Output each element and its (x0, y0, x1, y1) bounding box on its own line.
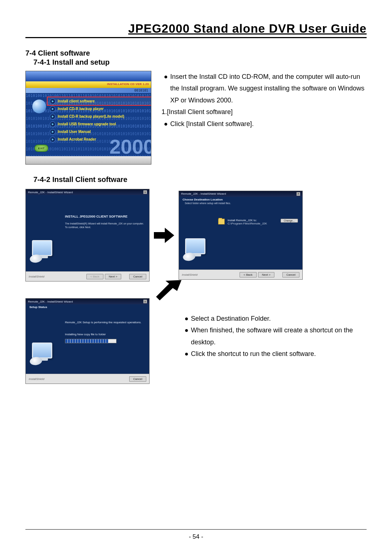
wizard-sub-desc: Select folder where setup will install f… (183, 202, 299, 205)
cancel-button[interactable]: Cancel (129, 274, 146, 279)
wizard-progress-figure: Remote_J2K - InstallShield Wizard X Setu… (25, 298, 150, 384)
menu-item-cdr-backup[interactable]: Install CD-R backup player (48, 105, 151, 113)
svg-marker-0 (154, 228, 174, 243)
menu-label: Install client software (58, 99, 95, 103)
close-icon[interactable]: X (143, 300, 147, 303)
wizard-welcome-figure: Remote_J2K - InstallShield Wizard X INST… (25, 189, 150, 281)
heading-7-4: 7-4 Client software (25, 49, 367, 57)
menu-item-user-manual[interactable]: Install User Manual (48, 128, 151, 135)
menu-item-usb-firmware[interactable]: Install USB firmware upgrade tool (48, 120, 151, 128)
close-icon[interactable]: X (297, 192, 300, 196)
installshield-brand: InstallShield (29, 275, 44, 278)
bottom-rule (25, 529, 367, 530)
cancel-button[interactable]: Cancel (129, 376, 146, 382)
next-button[interactable]: Next > (105, 274, 121, 279)
folder-icon (218, 219, 225, 224)
menu-item-install-client[interactable]: Install client software (48, 97, 151, 105)
numbered-step: 1.[Install Client software] (162, 106, 367, 118)
progress-bar (65, 339, 117, 343)
back-button[interactable]: < Back (86, 274, 103, 279)
monitor-icon (32, 343, 54, 365)
bullet-item: ● Insert the Install CD into CD-ROM, and… (162, 71, 367, 106)
watermark-2000: 2000 (109, 135, 151, 156)
bullet-item: ● Click the shortcut to run the client s… (182, 348, 367, 360)
dest-line-2: C:\Program Files\Remote_J2K (228, 222, 267, 225)
monitor-icon (185, 238, 208, 261)
play-icon (50, 129, 56, 135)
wizard-title: Remote_J2K - InstallShield Wizard (28, 191, 73, 194)
dest-line-1: Install Remote_J2K to: (228, 219, 267, 222)
progress-line-2: Installing New copy file to folder (65, 333, 145, 336)
wizard-sub-title: Choose Destination Location (183, 198, 299, 202)
play-icon (50, 121, 56, 127)
heading-7-4-2: 7-4-2 Install Client software (33, 175, 367, 184)
arrow-right-icon (150, 228, 179, 243)
play-icon (50, 114, 56, 119)
play-icon (50, 106, 56, 112)
bullet-item: ● When finished, the software will creat… (182, 324, 367, 348)
close-icon[interactable]: X (143, 190, 147, 194)
cd-version-label: INSTALLATION CD VER 1.23 (107, 82, 149, 86)
cancel-button[interactable]: Cancel (282, 272, 299, 278)
wizard-desc: The InstallShield(R) Wizard will install… (65, 222, 145, 229)
bullet-item: ● Click [Install Client software]. (162, 118, 367, 130)
arrow-diagonal-icon (156, 280, 185, 302)
play-icon (50, 98, 56, 104)
page-number: - 54 - (0, 533, 392, 540)
bullet-item: ● Select a Destination Folder. (182, 313, 367, 324)
cd-autorun-menu-figure: INSTALLATION CD VER 1.23 0010101 1010100… (25, 71, 151, 165)
page-title: JPEG2000 Stand alone DVR User Guide (25, 22, 367, 38)
play-icon (50, 137, 56, 142)
monitor-icon (32, 240, 54, 263)
progress-line-1: Remote_J2K Setup is performing the reque… (65, 321, 145, 324)
cd-digits-strip: 0010101 (26, 88, 151, 93)
change-button[interactable]: Change... (281, 219, 298, 223)
wizard-sub-title: Setup Status (29, 305, 146, 309)
exit-button[interactable]: EXIT (34, 145, 48, 152)
menu-item-cdr-backup-lite[interactable]: Install CD-R backup player(Lite model) (48, 113, 151, 120)
wizard-destination-figure: Remote_J2K - InstallShield Wizard X Choo… (179, 191, 303, 280)
svg-marker-1 (156, 280, 181, 300)
next-button[interactable]: Next > (258, 272, 274, 278)
back-button[interactable]: < Back (240, 272, 257, 278)
heading-7-4-1: 7-4-1 Install and setup (33, 58, 367, 66)
globe-icon (32, 100, 46, 113)
wizard-heading: INSTALL JPEG2000 CLIENT SOFTWARE (65, 215, 145, 218)
